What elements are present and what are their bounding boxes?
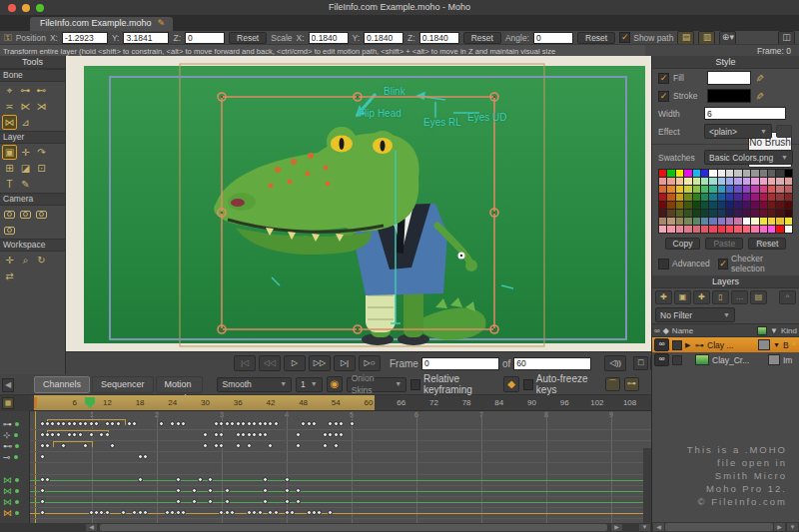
- color-swatch[interactable]: [776, 170, 783, 177]
- color-swatch[interactable]: [718, 178, 725, 185]
- keyframe-dot[interactable]: [219, 432, 224, 437]
- rotate-bone-tool[interactable]: ⊷: [34, 83, 49, 98]
- color-swatch[interactable]: [776, 210, 783, 217]
- track-switch-main[interactable]: [30, 508, 651, 519]
- keyframe-dot[interactable]: [263, 499, 268, 504]
- keyframe-dot[interactable]: [132, 510, 137, 515]
- keyframe-dot[interactable]: [274, 510, 279, 515]
- track-switch-3[interactable]: [30, 497, 651, 508]
- color-swatch[interactable]: [768, 202, 775, 209]
- keyframe-dot[interactable]: [170, 510, 175, 515]
- add-point-tool[interactable]: ✛: [18, 145, 33, 160]
- color-swatch[interactable]: [751, 210, 758, 217]
- track-camera-tool[interactable]: [2, 207, 17, 222]
- keyframe-dot[interactable]: [247, 510, 252, 515]
- keyframe-dot[interactable]: [334, 432, 339, 437]
- color-swatch[interactable]: [684, 202, 691, 209]
- color-swatch[interactable]: [701, 210, 708, 217]
- track-switch-1[interactable]: [30, 475, 651, 486]
- color-swatch[interactable]: [718, 170, 725, 177]
- keyframe-dot[interactable]: [258, 421, 263, 426]
- keyframe-dot[interactable]: [339, 432, 344, 437]
- color-swatch[interactable]: [693, 218, 700, 225]
- color-swatch[interactable]: [659, 186, 666, 193]
- draw-tool[interactable]: ✎: [18, 177, 33, 192]
- keyframe-dot[interactable]: [236, 443, 241, 448]
- keyframe-dot[interactable]: [67, 432, 72, 437]
- keyframe-dot[interactable]: [40, 510, 45, 515]
- step-back-button[interactable]: ◁◁: [259, 355, 281, 371]
- color-swatch[interactable]: [667, 210, 674, 217]
- keyframe-dot[interactable]: [138, 454, 143, 459]
- track-bone-angle[interactable]: [30, 419, 651, 430]
- color-swatch[interactable]: [768, 226, 775, 233]
- keyframe-dot[interactable]: [110, 421, 115, 426]
- keyframe-dot[interactable]: [40, 443, 45, 448]
- keyframe-dot[interactable]: [89, 421, 94, 426]
- hscroll-thumb[interactable]: [100, 524, 607, 531]
- play-button[interactable]: ▷: [284, 355, 306, 371]
- keyframe-color-icon[interactable]: ◉: [327, 376, 343, 392]
- color-swatch[interactable]: [676, 226, 683, 233]
- keyframe-dot[interactable]: [328, 510, 333, 515]
- color-swatch[interactable]: [718, 194, 725, 201]
- keyframe-dot[interactable]: [307, 510, 312, 515]
- auto-freeze-checkbox[interactable]: Auto-freeze keys: [523, 373, 601, 395]
- keyframe-dot[interactable]: [159, 421, 164, 426]
- step-dropdown[interactable]: 1 ▼: [296, 377, 323, 392]
- expand-triangle-icon[interactable]: ▶: [685, 341, 692, 349]
- checker-selection-checkbox[interactable]: Checker selection: [718, 254, 793, 273]
- color-swatch[interactable]: [776, 186, 783, 193]
- flip-layer-h-icon[interactable]: ▤: [677, 31, 694, 45]
- color-swatch[interactable]: [743, 202, 750, 209]
- keyframe-dot[interactable]: [263, 421, 268, 426]
- keyframe-dot[interactable]: [263, 477, 268, 482]
- canvas[interactable]: BlinkFlip HeadEyes RLEyes UD: [66, 56, 651, 351]
- keyframe-dot[interactable]: [214, 432, 219, 437]
- document-tab[interactable]: FileInfo.com Example.moho✎: [30, 17, 173, 32]
- keyframe-dot[interactable]: [99, 432, 104, 437]
- keyframe-dot[interactable]: [94, 421, 99, 426]
- color-swatch[interactable]: [684, 210, 691, 217]
- scroll-left-icon[interactable]: ◀: [86, 524, 97, 531]
- keyframe-dot[interactable]: [258, 432, 263, 437]
- color-swatch[interactable]: [659, 202, 666, 209]
- color-swatch[interactable]: [768, 186, 775, 193]
- timeline-tracks[interactable]: ⊶⊹⊷⊸⋈⋈⋈⋈ 123456789 ▼: [0, 411, 651, 523]
- keyframe-dot[interactable]: [198, 477, 203, 482]
- keyframe-dot[interactable]: [50, 421, 55, 426]
- color-swatch[interactable]: [693, 226, 700, 233]
- color-swatch[interactable]: [768, 210, 775, 217]
- keyframe-dot[interactable]: [40, 432, 45, 437]
- color-swatch[interactable]: [659, 178, 666, 185]
- delete-layer-button[interactable]: ▯: [712, 290, 729, 304]
- keyframe-dot[interactable]: [247, 421, 252, 426]
- color-swatch[interactable]: [709, 210, 716, 217]
- color-swatch[interactable]: [667, 178, 674, 185]
- keyframe-dot[interactable]: [312, 510, 317, 515]
- keyframe-dot[interactable]: [219, 510, 224, 515]
- color-swatch[interactable]: [785, 218, 792, 225]
- color-swatch[interactable]: [751, 194, 758, 201]
- color-swatch[interactable]: [709, 226, 716, 233]
- bone-curve-icon[interactable]: ⌒: [605, 377, 620, 391]
- color-swatch[interactable]: [743, 194, 750, 201]
- keyframe-dot[interactable]: [192, 499, 197, 504]
- magnet-tool[interactable]: ⊡: [34, 161, 49, 176]
- split-view-icon[interactable]: ◫: [778, 31, 795, 45]
- layers-scroll-up-icon[interactable]: ▲: [790, 339, 798, 346]
- color-swatch[interactable]: [701, 194, 708, 201]
- color-swatch[interactable]: [701, 186, 708, 193]
- reference-layer-button[interactable]: ▤: [750, 290, 767, 304]
- keyframe-dot[interactable]: [225, 510, 230, 515]
- view-single-icon[interactable]: □: [633, 356, 648, 370]
- color-swatch[interactable]: [776, 178, 783, 185]
- tab-motion-graph[interactable]: Motion Graph: [156, 376, 204, 393]
- color-swatch[interactable]: [701, 218, 708, 225]
- shield-icon[interactable]: ◆: [503, 376, 519, 392]
- color-swatch[interactable]: [676, 170, 683, 177]
- keyframe-dot[interactable]: [290, 510, 295, 515]
- position-z-field[interactable]: [185, 32, 225, 44]
- color-swatch[interactable]: [734, 210, 741, 217]
- flip-layer-v-icon[interactable]: ▥: [698, 31, 715, 45]
